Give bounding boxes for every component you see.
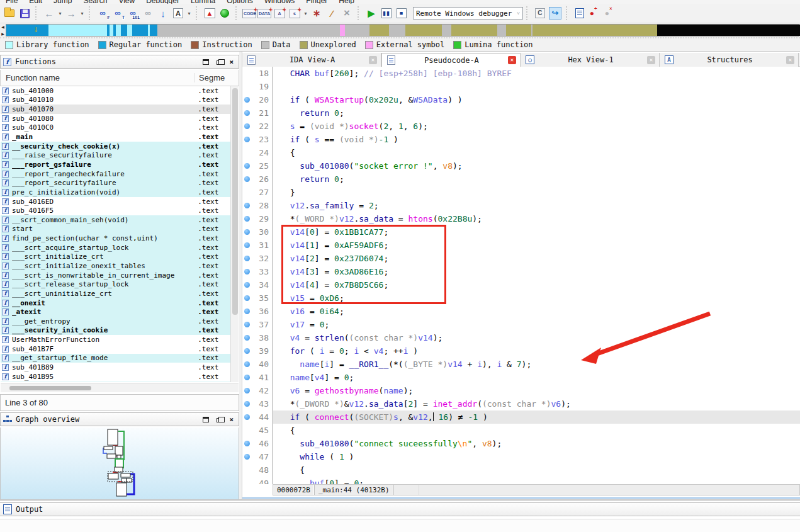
column-segment[interactable]: Segme [195,73,239,82]
code-line-33[interactable]: 33 v14[3] = 0x3AD86E16; [242,265,800,278]
line-dot-icon[interactable] [244,242,250,248]
code-line-18[interactable]: 18 CHAR buf[260]; // [esp+258h] [ebp-108… [242,67,800,80]
undefine-icon[interactable]: × [340,6,354,20]
tab-close-icon[interactable]: ✕ [786,56,794,64]
maximize-icon[interactable] [203,417,209,422]
code-line-37[interactable]: 37 v17 = 0; [242,318,800,331]
graph-overview-titlebar[interactable]: Graph overview × [0,412,239,426]
string-dropdown-icon[interactable]: ▾ [302,6,309,20]
breakpoint-gutter[interactable] [242,67,251,80]
navband-segment-blue[interactable] [132,25,148,36]
line-dot-icon[interactable] [244,454,250,460]
function-row[interactable]: fsub_401000.text [1,86,230,96]
function-row[interactable]: fsub_4016F5.text [1,206,230,215]
breakpoint-gutter[interactable] [242,199,251,212]
float-icon[interactable] [217,418,222,422]
code-line-46[interactable]: 46 sub_401080("connect suceessfully\n", … [242,437,800,450]
show-source-icon[interactable]: C [533,6,547,20]
tab-hex-view-1[interactable]: ○Hex View-1✕ [521,53,660,67]
line-dot-icon[interactable] [244,176,250,182]
function-row[interactable]: fsub_401B89.text [1,363,230,372]
run-until-return-icon[interactable]: ↪ [548,6,562,20]
function-row[interactable]: f__scrt_common_main_seh(void).text [1,215,230,225]
line-dot-icon[interactable] [244,256,250,261]
navband-scroll-arrows[interactable]: ◀▶ [0,23,6,37]
line-dot-icon[interactable] [244,203,250,208]
line-dot-icon[interactable] [244,295,250,301]
code-line-36[interactable]: 36 v16 = 0i64; [242,305,800,318]
line-dot-icon[interactable] [244,401,250,407]
code-line-28[interactable]: 28 v12.sa_family = 2; [242,199,800,212]
line-dot-icon[interactable] [244,375,250,380]
scrollbar-thumb[interactable] [9,386,91,390]
code-line-25[interactable]: 25 sub_401080("socket error !", v8); [242,159,800,173]
navband-right-icon[interactable]: ▶ [1,31,4,36]
breakpoint-gutter[interactable] [242,146,251,159]
function-row[interactable]: fsub_4010C0.text [1,123,230,133]
breakpoint-gutter[interactable] [242,173,251,186]
close-icon[interactable]: × [229,417,234,422]
horizontal-splitter[interactable] [0,499,800,501]
line-dot-icon[interactable] [244,97,250,103]
line-dot-icon[interactable] [244,308,250,314]
make-code-icon[interactable]: CODE [242,6,256,20]
ascii-dropdown-icon[interactable]: ▾ [186,6,193,20]
breakpoint-gutter[interactable] [242,239,251,252]
scrollbar-thumb[interactable] [232,88,238,315]
debugger-windows-icon[interactable] [573,6,587,20]
function-row[interactable]: f___security_init_cookie.text [1,326,230,336]
breakpoint-gutter[interactable] [242,358,251,371]
breakpoint-gutter[interactable] [242,106,251,120]
debug-stop-icon[interactable]: ■ [395,6,408,20]
line-dot-icon[interactable] [244,348,250,354]
line-dot-icon[interactable] [244,137,250,142]
function-row[interactable]: fstart.text [1,225,230,234]
debug-pause-icon[interactable]: ▮▮ [380,6,393,20]
line-dot-icon[interactable] [244,163,250,169]
forward-dropdown-icon[interactable]: ▾ [79,6,86,20]
make-data-icon[interactable]: DATA [257,6,271,20]
navband-segment-gray[interactable] [345,25,369,36]
code-line-42[interactable]: 42 v6 = gethostbyname(name); [242,384,800,397]
navband-segment-gray[interactable] [389,25,405,36]
navband-segment-gray[interactable] [497,25,506,36]
code-line-49[interactable]: 49 buf[0] = 0; [242,477,800,484]
line-dot-icon[interactable] [244,441,250,446]
navband-track[interactable]: ↓ [6,24,799,37]
navband-segment-blue[interactable] [150,25,157,36]
navband-segment-black[interactable] [657,25,800,36]
line-dot-icon[interactable] [244,282,250,288]
breakpoint-gutter[interactable] [242,305,251,318]
breakpoint-gutter[interactable] [242,371,251,384]
breakpoint-gutter[interactable] [242,186,251,199]
function-row[interactable]: f__initialize_default_precision.text [1,382,230,383]
navband-segment-olive[interactable] [451,25,497,36]
line-dot-icon[interactable] [244,322,250,327]
tab-close-icon[interactable]: ✕ [369,56,377,64]
search-address-icon[interactable]: ∞# [96,6,110,20]
tab-pseudocode-a[interactable]: Pseudocode-A✕ [381,53,521,67]
function-row[interactable]: ffind_pe_section(uchar * const,uint).tex… [1,234,230,243]
code-line-23[interactable]: 23 if ( s == (void *)-1 ) [242,133,800,146]
function-row[interactable]: fpre_c_initialization(void).text [1,188,230,197]
breakpoint-gutter[interactable] [242,450,251,463]
navband-segment-pink[interactable] [340,25,345,36]
breakpoint-gutter[interactable] [242,463,251,477]
make-function-icon[interactable]: ∗ [310,6,324,20]
navband-segment-cyan[interactable] [127,25,132,36]
function-row[interactable]: fsub_401080.text [1,114,230,123]
breakpoint-gutter[interactable] [242,278,251,291]
navband-segment-blue[interactable] [121,25,127,36]
breakpoint-gutter[interactable] [242,397,251,410]
navband-segment-gray[interactable] [442,25,451,36]
column-function-name[interactable]: Function name [1,73,195,82]
save-icon[interactable] [18,6,31,20]
code-line-38[interactable]: 38 v4 = strlen((const char *)v14); [242,331,800,344]
function-row[interactable]: f___scrt_initialize_crt.text [1,252,230,262]
navband-segment-olive[interactable] [369,25,389,36]
line-dot-icon[interactable] [244,269,250,274]
code-line-48[interactable]: 48 { [242,463,800,477]
breakpoint-gutter[interactable] [242,331,251,344]
code-line-45[interactable]: 45 { [242,424,800,437]
del-breakpoint-icon[interactable]: ●× [603,6,617,20]
